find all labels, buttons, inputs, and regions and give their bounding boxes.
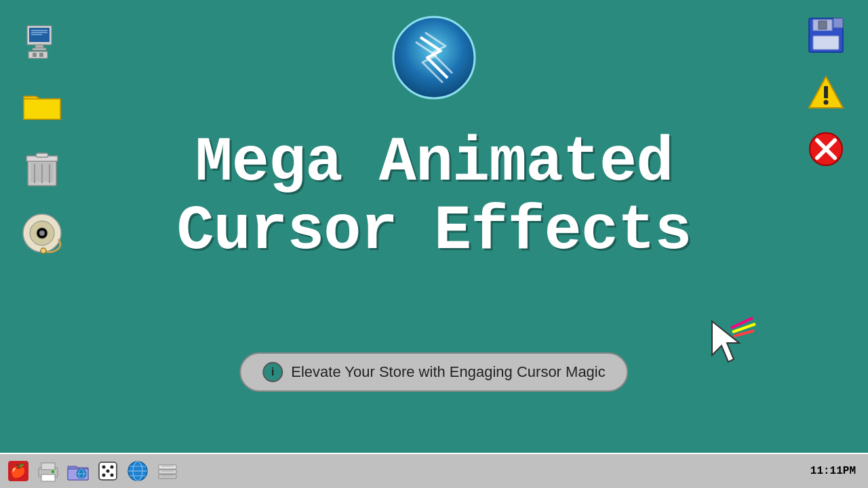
svg-rect-29 — [824, 86, 828, 98]
main-title: Mega Animated Cursor Effects — [0, 129, 868, 266]
svg-point-51 — [102, 474, 106, 477]
main-area: Mega Animated Cursor Effects i Elevate Y… — [0, 0, 868, 453]
subtitle-text: Elevate Your Store with Engaging Cursor … — [291, 363, 605, 381]
folder-icon[interactable] — [20, 84, 64, 127]
app-logo — [390, 14, 478, 102]
svg-rect-42 — [41, 474, 55, 481]
svg-point-48 — [102, 466, 106, 469]
svg-point-50 — [106, 470, 110, 473]
computer-icon[interactable] — [20, 20, 64, 64]
svg-point-52 — [111, 474, 114, 477]
taskbar-globe-icon[interactable] — [125, 458, 151, 484]
svg-rect-41 — [41, 463, 55, 470]
svg-rect-10 — [39, 53, 43, 57]
svg-rect-26 — [818, 21, 827, 29]
title-line2: Cursor Effects — [0, 197, 868, 266]
taskbar: 🍎 — [0, 453, 868, 488]
svg-rect-27 — [833, 18, 843, 28]
cursor-decoration — [705, 314, 760, 371]
svg-rect-8 — [28, 52, 47, 58]
taskbar-stack-icon[interactable] — [155, 458, 180, 484]
svg-rect-58 — [159, 474, 176, 479]
taskbar-dice-icon[interactable] — [95, 458, 121, 484]
svg-point-49 — [111, 466, 114, 469]
svg-point-43 — [52, 470, 54, 473]
svg-text:🍎: 🍎 — [10, 463, 27, 479]
svg-rect-6 — [35, 45, 43, 48]
title-line1: Mega Animated — [0, 129, 868, 197]
svg-rect-7 — [33, 48, 46, 50]
taskbar-left: 🍎 — [5, 458, 180, 484]
svg-rect-24 — [813, 36, 839, 49]
info-icon: i — [262, 362, 283, 382]
warning-icon[interactable] — [804, 70, 848, 114]
taskbar-globe-folder-icon[interactable] — [65, 458, 91, 484]
floppy-disk-icon[interactable] — [804, 14, 848, 57]
svg-rect-9 — [33, 53, 37, 57]
taskbar-clock: 11:11PM — [810, 465, 863, 477]
svg-point-30 — [824, 100, 829, 105]
taskbar-apple-icon[interactable]: 🍎 — [5, 458, 31, 484]
svg-rect-60 — [159, 465, 176, 469]
subtitle-button[interactable]: i Elevate Your Store with Engaging Curso… — [239, 352, 628, 392]
svg-rect-59 — [159, 470, 176, 474]
taskbar-printer-icon[interactable] — [35, 458, 61, 484]
